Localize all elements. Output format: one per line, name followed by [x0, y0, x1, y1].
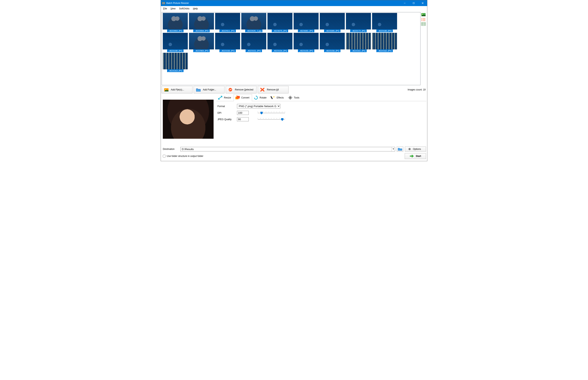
thumbnail-caption: _4023162.JPG	[376, 49, 392, 52]
start-label: Start	[416, 155, 421, 157]
preview-panel	[162, 94, 215, 145]
menu-help[interactable]: Help	[192, 6, 199, 11]
use-folder-structure-checkbox[interactable]	[163, 155, 165, 157]
thumbnail-caption: _4023154.JPG	[272, 49, 288, 52]
dpi-slider[interactable]	[258, 111, 285, 115]
start-button[interactable]: Start	[405, 153, 426, 159]
remove-selected-button[interactable]: Remove Selected	[226, 86, 256, 93]
thumbnail[interactable]: _4023163.JPG	[163, 53, 188, 72]
tab-convert-label: Convert	[241, 96, 249, 99]
minimize-button[interactable]	[400, 0, 409, 6]
bottom-panel: Destination Options Use folder structure…	[161, 146, 427, 161]
view-details-icon[interactable]	[421, 22, 426, 26]
jpeg-label: JPEG Quality	[217, 118, 234, 121]
remove-all-icon	[260, 88, 265, 92]
thumbnail-image	[267, 33, 292, 49]
svg-point-10	[422, 19, 422, 20]
thumbnail-image	[320, 33, 345, 49]
thumbnail-caption: _4023085.JPG	[324, 30, 340, 32]
thumbnail[interactable]: _4023150.JPG	[215, 33, 240, 52]
menu-softorbits[interactable]: SoftOrbits	[178, 6, 191, 11]
tab-rotate[interactable]: Rotate	[252, 94, 269, 101]
thumbnail[interactable]: _4023162.JPG	[372, 33, 397, 52]
thumbnail[interactable]: _4023180.JPG	[372, 13, 397, 32]
thumbnail[interactable]: _4023075.JPG	[267, 13, 293, 32]
thumbnail-image	[241, 33, 266, 49]
thumbnail-image	[294, 13, 319, 30]
thumbnail[interactable]: _4022926_1.jpg	[241, 13, 267, 32]
tab-tools[interactable]: Tools	[286, 94, 302, 101]
preview-image	[163, 100, 214, 139]
thumbnail-caption: _4023151.JPG	[246, 49, 262, 52]
svg-rect-9	[423, 18, 425, 19]
menu-view[interactable]: View	[169, 6, 177, 11]
thumbnail[interactable]: _4023151.JPG	[241, 33, 267, 52]
jpeg-input[interactable]	[237, 117, 249, 121]
svg-rect-13	[423, 20, 425, 21]
effects-icon	[270, 95, 275, 100]
thumbnail-image	[372, 13, 397, 30]
jpeg-slider[interactable]	[258, 118, 285, 121]
thumbnail[interactable]: _4023156.JPG	[320, 33, 345, 52]
destination-input[interactable]	[180, 147, 392, 151]
start-icon	[410, 154, 414, 158]
options-button[interactable]: Options	[405, 147, 426, 152]
thumbnail[interactable]: _4023155.JPG	[293, 33, 319, 52]
browse-destination-button[interactable]	[397, 147, 403, 152]
dpi-input[interactable]	[237, 111, 249, 115]
thumbnail-image	[267, 13, 292, 30]
add-folder-icon	[196, 88, 201, 92]
dpi-slider-thumb[interactable]	[260, 112, 263, 114]
jpeg-slider-thumb[interactable]	[281, 118, 284, 121]
action-toolbar: Add File(s)... Add Folder... Remove Sele…	[162, 85, 426, 94]
thumbnail-image	[163, 33, 188, 49]
titlebar[interactable]: Batch Picture Resizer	[161, 0, 427, 6]
remove-all-button[interactable]: Remove All	[258, 86, 288, 93]
thumbnail[interactable]: _4022911.JPG	[215, 13, 240, 32]
thumbnail[interactable]: _4022894.JPG	[189, 13, 214, 32]
menu-file[interactable]: Fdocument.currentScript.previousElementS…	[162, 6, 168, 11]
convert-icon	[235, 95, 240, 100]
tab-resize[interactable]: Resize	[216, 94, 234, 101]
tools-icon	[288, 95, 293, 100]
thumbnail-caption: _4022983.JPG	[193, 49, 210, 52]
thumbnail[interactable]: _4022893.JPG	[163, 13, 188, 32]
thumbnail[interactable]: _4023161.JPG	[346, 33, 371, 52]
svg-point-7	[422, 14, 423, 15]
thumbnail-image	[163, 13, 188, 30]
options-label: Options	[413, 148, 421, 151]
thumbnail[interactable]: _4022983.JPG	[189, 33, 214, 52]
thumbnail[interactable]: _4023154.JPG	[267, 33, 293, 52]
svg-point-8	[422, 18, 422, 19]
dpi-label: DPI	[217, 112, 234, 114]
thumbnail-caption: _4023156.JPG	[324, 49, 340, 52]
thumbnail-caption: _4022926_1.jpg	[245, 30, 263, 32]
thumbnail-panel[interactable]: _4022893.JPG_4022894.JPG_4022911.JPG_402…	[162, 12, 421, 85]
format-select[interactable]: PNG (*.png) Portable Network Graph	[237, 104, 280, 108]
thumbnail[interactable]: _4023081.JPG	[293, 13, 319, 32]
tab-effects[interactable]: Effects	[269, 94, 286, 101]
thumbnail-caption: _4022894.JPG	[193, 30, 210, 32]
svg-rect-33	[292, 97, 293, 98]
tab-convert[interactable]: Convert	[234, 94, 252, 101]
add-folder-button[interactable]: Add Folder...	[194, 86, 225, 93]
maximize-button[interactable]	[409, 0, 418, 6]
thumbnail-image	[189, 33, 214, 49]
tab-effects-label: Effects	[277, 96, 284, 99]
add-files-button[interactable]: Add File(s)...	[162, 86, 193, 93]
destination-combo[interactable]	[180, 147, 395, 152]
view-large-icon[interactable]	[421, 13, 426, 17]
tab-rotate-label: Rotate	[260, 96, 267, 99]
thumbnail-caption: _4022911.JPG	[219, 30, 236, 32]
destination-dropdown-icon[interactable]	[392, 147, 395, 151]
thumbnail[interactable]: _4023172.JPG	[346, 13, 371, 32]
close-button[interactable]	[418, 0, 427, 6]
thumbnail[interactable]: _4023190.JPG	[163, 33, 188, 52]
tab-area: Resize Convert Rotate Effects	[216, 94, 426, 145]
resize-icon	[218, 95, 223, 100]
svg-rect-1	[163, 2, 165, 4]
view-list-icon[interactable]	[421, 18, 426, 21]
thumbnail[interactable]: _4023085.JPG	[320, 13, 345, 32]
thumbnail-caption: _4023155.JPG	[298, 49, 314, 52]
svg-point-12	[422, 20, 422, 21]
